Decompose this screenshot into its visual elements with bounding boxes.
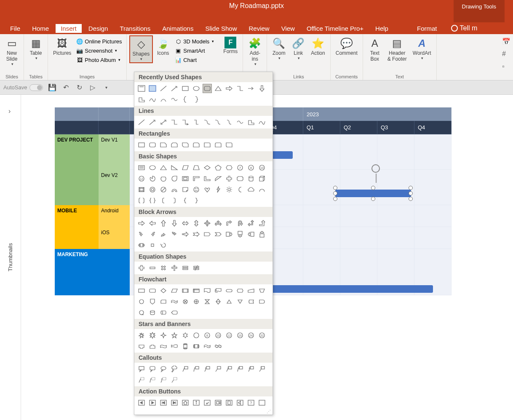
shape-right-callout[interactable] bbox=[224, 230, 234, 239]
shape-quad-arrow[interactable] bbox=[203, 219, 212, 228]
shape-right-bracket[interactable] bbox=[170, 196, 179, 205]
shape-round-diag[interactable] bbox=[224, 140, 234, 150]
shape-curved-up[interactable] bbox=[159, 230, 168, 239]
shape-fc-collate[interactable] bbox=[203, 297, 212, 306]
shape-right-triangle[interactable] bbox=[170, 163, 179, 172]
expand-icon[interactable]: › bbox=[8, 107, 11, 115]
shape-line-arrow[interactable] bbox=[148, 118, 157, 127]
shape-fc-merge[interactable] bbox=[235, 297, 245, 306]
shape-callout-border-2[interactable] bbox=[148, 375, 157, 385]
icons-button[interactable]: 🍃 Icons bbox=[154, 35, 172, 57]
shape-fc-delay[interactable] bbox=[257, 297, 267, 306]
shape-textbox-vertical[interactable] bbox=[148, 84, 157, 93]
tab-home[interactable]: Home bbox=[26, 23, 55, 34]
shape-round-single[interactable] bbox=[203, 140, 212, 150]
shape-down-arrow[interactable] bbox=[257, 84, 267, 93]
shape-rounded-rect[interactable] bbox=[148, 140, 157, 150]
shape-snip-diag[interactable] bbox=[181, 140, 190, 150]
shape-right-brace[interactable] bbox=[192, 196, 201, 205]
shape-right-brace[interactable] bbox=[192, 95, 201, 104]
shape-left-right-up[interactable] bbox=[214, 219, 223, 228]
shape-freeform-tool[interactable] bbox=[246, 118, 256, 127]
tab-insert[interactable]: Insert bbox=[55, 23, 83, 34]
shape-star-16[interactable]: 16 bbox=[235, 331, 245, 340]
shape-line[interactable] bbox=[137, 118, 146, 127]
selection-handle[interactable] bbox=[371, 197, 375, 201]
shape-elbow-connector[interactable] bbox=[235, 84, 245, 93]
shape-action-end[interactable] bbox=[170, 398, 179, 407]
shape-fc-sort[interactable] bbox=[214, 297, 223, 306]
tab-help[interactable]: Help bbox=[369, 23, 394, 34]
shape-heptagon[interactable]: 7 bbox=[235, 163, 245, 172]
shape-pie[interactable] bbox=[148, 174, 157, 183]
shape-fc-seq-access[interactable] bbox=[137, 308, 146, 317]
shape-l-shape[interactable] bbox=[203, 174, 212, 183]
shape-sun[interactable] bbox=[224, 185, 234, 194]
tab-format[interactable]: Format bbox=[411, 23, 443, 34]
shape-action-help[interactable]: ? bbox=[246, 398, 256, 407]
undo-icon[interactable]: ↶ bbox=[61, 83, 70, 92]
shape-cross[interactable] bbox=[224, 174, 234, 183]
shape-arc-2[interactable] bbox=[257, 185, 267, 194]
shape-elbow-double[interactable] bbox=[192, 118, 201, 127]
shape-curve[interactable] bbox=[170, 95, 179, 104]
shape-callout-accent-3[interactable] bbox=[246, 364, 256, 374]
shape-fc-magnetic-disk[interactable] bbox=[148, 308, 157, 317]
shape-ribbon-down[interactable] bbox=[148, 342, 157, 351]
textbox-button[interactable]: AText Box bbox=[366, 35, 384, 63]
redo-icon[interactable]: ↻ bbox=[75, 83, 83, 92]
shape-curved-down[interactable] bbox=[170, 230, 179, 239]
shape-cube[interactable] bbox=[257, 174, 267, 183]
shape-callout-line-4[interactable] bbox=[214, 364, 223, 374]
shape-fc-multidoc[interactable] bbox=[214, 286, 223, 295]
shape-hexagon[interactable] bbox=[224, 163, 234, 172]
shape-callout-cloud[interactable] bbox=[170, 364, 179, 374]
shape-up-down-arrow[interactable] bbox=[192, 219, 201, 228]
shape-minus[interactable] bbox=[148, 263, 157, 273]
header-footer-button[interactable]: ▤Header & Footer bbox=[385, 35, 409, 63]
rotate-handle-icon[interactable] bbox=[371, 164, 380, 173]
selection-handle[interactable] bbox=[333, 191, 337, 195]
resize-grip-icon[interactable]: ⋰ bbox=[134, 409, 273, 415]
tab-slideshow[interactable]: Slide Show bbox=[199, 23, 243, 34]
shape-not-equal[interactable] bbox=[192, 263, 201, 273]
shape-circular-arrow[interactable] bbox=[159, 241, 168, 250]
shape-fc-card[interactable] bbox=[159, 297, 168, 306]
shape-callout-accent-2[interactable] bbox=[235, 364, 245, 374]
shape-rounded-rectangle[interactable] bbox=[203, 84, 212, 93]
shape-can[interactable] bbox=[246, 174, 256, 183]
shape-curve-tool[interactable] bbox=[235, 118, 245, 127]
task-bar[interactable] bbox=[265, 285, 433, 293]
tab-view[interactable]: View bbox=[275, 23, 301, 34]
shape-rect[interactable] bbox=[137, 140, 146, 150]
selection-handle[interactable] bbox=[371, 186, 375, 190]
pictures-button[interactable]: 🖼 Pictures bbox=[51, 35, 74, 57]
shape-callout-border-1[interactable] bbox=[137, 375, 146, 385]
shape-curved-ribbon-up[interactable] bbox=[159, 342, 168, 351]
save-icon[interactable]: 💾 bbox=[48, 83, 56, 92]
shape-callout-line-1[interactable] bbox=[181, 364, 190, 374]
shape-line-double-arrow[interactable] bbox=[159, 118, 168, 127]
task-bar[interactable] bbox=[272, 151, 293, 159]
shape-fc-manual-op[interactable] bbox=[257, 286, 267, 295]
shape-rectangle[interactable] bbox=[181, 84, 190, 93]
shape-fc-connector[interactable] bbox=[137, 297, 146, 306]
tab-review[interactable]: Review bbox=[243, 23, 275, 34]
slide-number-icon[interactable]: # bbox=[502, 50, 511, 59]
shape-scribble[interactable] bbox=[148, 95, 157, 104]
shape-teardrop[interactable] bbox=[170, 174, 179, 183]
shape-right-arrow-2[interactable] bbox=[246, 84, 256, 93]
shape-star-7[interactable] bbox=[192, 331, 201, 340]
shape-dodecagon[interactable]: 12 bbox=[137, 174, 146, 183]
shape-fc-process[interactable] bbox=[137, 286, 146, 295]
3d-models-button[interactable]: ⬡3D Models ▾ bbox=[173, 37, 216, 45]
shape-action-document[interactable] bbox=[224, 398, 234, 407]
table-button[interactable]: ▦ Table ▾ bbox=[27, 35, 45, 62]
shape-fc-document[interactable] bbox=[203, 286, 212, 295]
action-button[interactable]: ⭐Action bbox=[308, 35, 327, 57]
shape-lightning[interactable] bbox=[214, 185, 223, 194]
shape-chevron[interactable] bbox=[214, 230, 223, 239]
shape-curved-connector[interactable] bbox=[203, 118, 212, 127]
shape-double-bracket[interactable] bbox=[137, 196, 146, 205]
shape-plaque[interactable] bbox=[235, 174, 245, 183]
